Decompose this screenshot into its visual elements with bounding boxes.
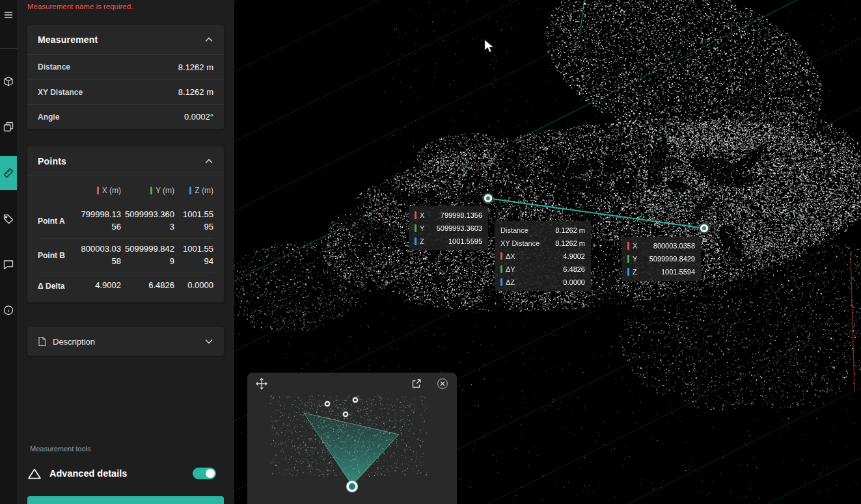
tooltip-row: ΔX4.9002 [495, 250, 591, 263]
advanced-details-label: Advanced details [49, 468, 127, 479]
y-axis-color-bar [415, 224, 417, 232]
toggle-knob [206, 469, 215, 478]
primary-action-button[interactable] [27, 496, 224, 504]
advanced-details-row: Advanced details [27, 460, 224, 486]
error-message: Measurement name is required. [27, 3, 133, 10]
description-title: Description [53, 337, 204, 347]
points-card-title: Points [38, 156, 66, 166]
x-column-header: X (m) [77, 186, 121, 195]
advanced-details-toggle[interactable] [193, 468, 216, 479]
open-in-full-icon [411, 378, 422, 389]
delta-x: 4.9002 [77, 280, 121, 292]
chat-bubble-icon [3, 259, 14, 270]
delta-y: 6.4826 [125, 280, 174, 292]
point-a-z: 1001.5595 [178, 209, 213, 233]
distance-label: Distance [38, 62, 70, 72]
ruler-icon [3, 168, 14, 178]
layers-icon[interactable] [0, 117, 17, 137]
x-axis-color-bar [415, 211, 417, 219]
point-a-label: Point A [38, 217, 73, 226]
label-icon [3, 214, 14, 224]
document-icon [38, 336, 46, 347]
measure-tool-icon[interactable] [0, 156, 17, 190]
y-column-header: Y (m) [125, 186, 174, 195]
point-b-tooltip: X800003.0358 Y5099999.8429 Z1001.5594 [622, 237, 701, 281]
delta-label: Δ Delta [38, 282, 73, 291]
triangle-icon [27, 468, 42, 480]
close-icon[interactable] [435, 376, 450, 391]
point-a-row: Point A 799998.1356 5099993.3603 1001.55… [38, 204, 213, 238]
measurement-panel: Measurement name is required. Measuremen… [17, 0, 234, 504]
y-axis-color-bar [150, 187, 152, 194]
distance-value: 8.1262 m [178, 62, 213, 72]
app-root: Measurement name is required. Measuremen… [0, 0, 861, 504]
tooltip-row: ΔY6.4826 [495, 263, 591, 276]
distance-tooltip: Distance8.1262 m XY Distance8.1262 m ΔX4… [495, 221, 591, 291]
z-axis-color-bar [189, 187, 191, 194]
expand-icon[interactable] [409, 376, 424, 391]
xy-distance-label: XY Distance [38, 88, 83, 97]
menu-icon[interactable] [0, 5, 17, 25]
description-card-header[interactable]: Description [27, 327, 224, 356]
tooltip-row: Y5099993.3603 [409, 222, 488, 235]
point-b-x: 800003.0358 [77, 243, 121, 268]
tooltip-row: X800003.0358 [622, 239, 701, 252]
tooltip-row: Z1001.5595 [409, 235, 488, 248]
description-card: Description [27, 327, 224, 356]
y-axis-color-bar [627, 255, 629, 263]
minimap-canvas[interactable] [247, 395, 457, 504]
close-x-icon [437, 378, 448, 390]
points-card-header[interactable]: Points [27, 146, 224, 176]
xy-distance-value: 8.1262 m [178, 87, 213, 97]
measurement-card-header[interactable]: Measurement [27, 25, 224, 55]
minimap-header [247, 373, 457, 395]
x-axis-color-bar [97, 187, 99, 194]
tool-sidebar [0, 0, 17, 504]
tooltip-row: X799998.1356 [409, 209, 488, 222]
angle-row: Angle 0.0002° [27, 104, 224, 129]
tooltip-row: ΔZ0.0000 [495, 276, 591, 289]
angle-label: Angle [38, 113, 59, 122]
point-b-row: Point B 800003.0358 5099999.8429 1001.55… [38, 238, 213, 272]
points-table-header: X (m) Y (m) Z (m) [38, 178, 213, 204]
distance-row: Distance 8.1262 m [27, 55, 224, 79]
tag-icon[interactable] [0, 209, 17, 229]
tooltip-row: Z1001.5594 [622, 265, 701, 278]
copy-icon [3, 122, 14, 132]
tooltip-row: XY Distance8.1262 m [495, 237, 591, 250]
info-circle-icon [3, 305, 14, 315]
sidebar-divider [0, 48, 17, 49]
point-b-label: Point B [38, 251, 73, 260]
tooltip-row: Y5099999.8429 [622, 252, 701, 265]
delta-row: Δ Delta 4.9002 6.4826 0.0000 [38, 272, 213, 298]
point-b-z: 1001.5594 [178, 243, 213, 268]
chevron-up-icon [204, 158, 213, 165]
chevron-up-icon [204, 36, 213, 43]
point-a-y: 5099993.3603 [125, 209, 174, 233]
measurement-card-title: Measurement [38, 34, 98, 45]
comment-icon[interactable] [0, 255, 17, 274]
chevron-down-icon [204, 338, 213, 345]
pan-arrows-icon [256, 378, 267, 390]
dataset-icon[interactable] [0, 72, 17, 91]
z-axis-color-bar [627, 268, 629, 276]
point-b-y: 5099999.8429 [125, 243, 174, 268]
angle-value: 0.0002° [184, 112, 213, 122]
points-table: X (m) Y (m) Z (m) Point A 799998.1356 50… [27, 176, 224, 302]
x-axis-color-bar [500, 252, 502, 260]
point-a-x: 799998.1356 [77, 209, 121, 233]
info-icon[interactable] [0, 300, 17, 320]
xy-distance-row: XY Distance 8.1262 m [27, 79, 224, 104]
cube-icon [3, 76, 14, 86]
move-icon[interactable] [254, 376, 269, 391]
mouse-cursor [484, 39, 495, 56]
z-axis-color-bar [500, 278, 502, 286]
measurement-card: Measurement Distance 8.1262 m XY Distanc… [27, 25, 224, 129]
y-axis-color-bar [500, 265, 502, 273]
z-axis-color-bar [415, 237, 417, 245]
z-column-header: Z (m) [178, 186, 213, 195]
viewport-3d[interactable]: A B X799998.1356 Y5099993.3603 Z1001.559… [234, 0, 861, 504]
point-a-tooltip: X799998.1356 Y5099993.3603 Z1001.5595 [409, 206, 488, 250]
tooltip-row: Distance8.1262 m [495, 224, 591, 237]
hamburger-icon [3, 10, 14, 20]
